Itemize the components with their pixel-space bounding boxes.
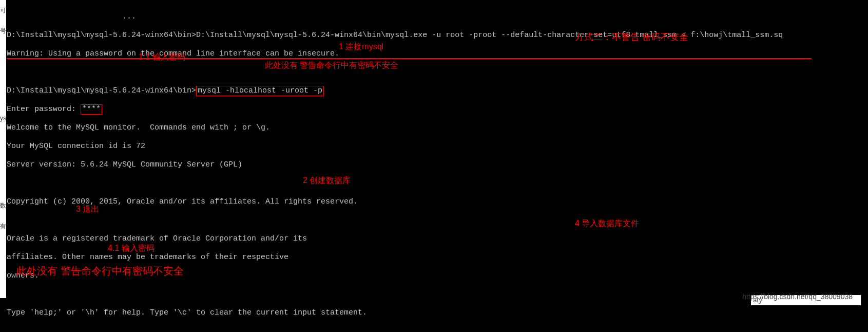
- copyright: Copyright (c) 2000, 2015, Oracle and/or …: [7, 197, 358, 206]
- ellipsis: ...: [122, 12, 136, 21]
- annotation-nowarn2: 此处没有 警告命令行中有密码不安全: [16, 266, 184, 275]
- enter-password-label: Enter password:: [7, 105, 81, 114]
- prompt-path: D:\Install\mysql\mysql-5.6.24-winx64\bin…: [7, 31, 196, 40]
- annotation-step4-1: 4.1 输入密码: [108, 244, 155, 253]
- annotation-step3: 3 退出: [76, 205, 99, 214]
- help-line: Type 'help;' or '\h' for help. Type '\c'…: [7, 308, 367, 317]
- warning-line: Warning: Using a password on the command…: [7, 49, 812, 59]
- terminal-output[interactable]: ... D:\Install\mysql\mysql-5.6.24-winx64…: [7, 0, 868, 332]
- welcome-1: Welcome to the MySQL monitor. Commands e…: [7, 123, 270, 132]
- oracle-1: Oracle is a registered trademark of Orac…: [7, 234, 307, 243]
- welcome-2: Your MySQL connection id is 72: [7, 142, 145, 151]
- annotation-nowarn1: 此处没有 警告命令行中有密码不安全: [265, 61, 398, 70]
- annotation-step2: 2 创建数据库: [303, 176, 351, 185]
- editor-gutter: 可 号 ys 数 有: [0, 0, 6, 298]
- watermark: https://blog.csdn.net/qq_38009038: [742, 292, 853, 301]
- password-mask: ****: [81, 104, 102, 115]
- command-connect: mysql -hlocalhost -uroot -p: [196, 86, 324, 96]
- annotation-method2: 方式二：不警告 密码不安全: [575, 32, 688, 42]
- command-1: D:\Install\mysql\mysql-5.6.24-winx64\bin…: [196, 31, 783, 40]
- annotation-step1: 1 连接mysql: [339, 42, 383, 51]
- annotation-step1-1: 1.1 输入密码: [139, 52, 185, 62]
- welcome-3: Server version: 5.6.24 MySQL Community S…: [7, 160, 242, 169]
- annotation-step4: 4 导入数据库文件: [575, 219, 639, 228]
- prompt-path: D:\Install\mysql\mysql-5.6.24-winx64\bin…: [7, 86, 196, 95]
- oracle-2: affiliates. Other names may be trademark…: [7, 253, 288, 262]
